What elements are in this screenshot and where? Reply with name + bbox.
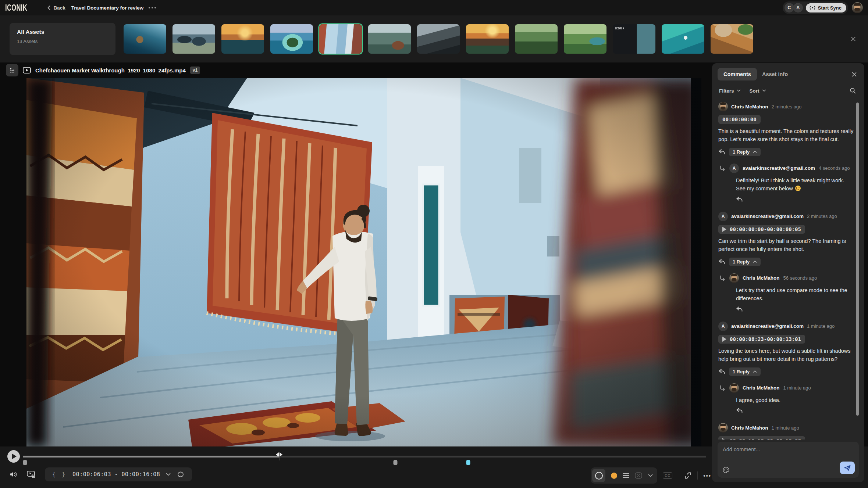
version-badge[interactable]: v1	[190, 67, 200, 74]
reply-icon[interactable]	[736, 306, 743, 312]
tab-asset-info[interactable]: Asset info	[757, 68, 793, 80]
reply-count-badge[interactable]: 1 Reply	[729, 258, 761, 266]
comment-header: A avalarkinscreative@gmail.com 1 minute …	[718, 322, 854, 331]
asset-thumbnail-jungle-suspension-bridge[interactable]	[515, 24, 558, 54]
video-file-icon	[23, 67, 31, 73]
app-window: ICONIK Back Travel Documentary for revie…	[0, 0, 868, 488]
tools-chevron-down-icon[interactable]	[648, 474, 653, 477]
shape-tool-button[interactable]	[592, 469, 605, 482]
asset-thumbnail-aerial-bay-cruise-ship[interactable]	[124, 24, 166, 54]
asset-thumbnail-sunset-wading-silhouettes[interactable]	[221, 24, 264, 54]
asset-thumbnail-blue-market-street-selected[interactable]	[319, 24, 362, 54]
search-comments-button[interactable]	[849, 86, 857, 95]
reply-count-label: 1 Reply	[733, 259, 750, 265]
start-sync-button[interactable]: Start Sync	[806, 3, 846, 12]
presence-avatar-c[interactable]: C	[785, 3, 794, 12]
timeline-comment-marker[interactable]	[23, 460, 27, 465]
annotation-palette-button[interactable]	[722, 466, 730, 474]
annotation-list-icon[interactable]	[623, 472, 629, 479]
annotation-color-swatch[interactable]	[611, 473, 617, 479]
comment-composer[interactable]: Add comment...	[718, 442, 859, 478]
captions-button[interactable]: CC	[663, 472, 672, 479]
comment-item[interactable]: Chris McMahon 2 minutes ago 00:00:00:00 …	[718, 102, 854, 202]
comment-input[interactable]: Add comment...	[723, 446, 854, 452]
project-menu-button[interactable]	[149, 7, 156, 8]
asset-thumbnail-train-through-green-hills[interactable]	[564, 24, 606, 54]
asset-thumbnail-karst-limestone-bay[interactable]	[172, 24, 215, 54]
chevron-down-icon	[762, 89, 766, 92]
loop-icon[interactable]	[177, 471, 185, 478]
asset-thumbnail-desert-dune-flags[interactable]	[711, 24, 753, 54]
comment-list[interactable]: Chris McMahon 2 minutes ago 00:00:00:00 …	[718, 100, 859, 439]
timeline-comment-marker[interactable]	[393, 460, 397, 465]
asset-thumbnail-sunset-over-cliffs[interactable]	[466, 24, 509, 54]
asset-thumbnail-black-sand-beach[interactable]	[417, 24, 460, 54]
tab-comments[interactable]: Comments	[718, 68, 757, 80]
video-frame[interactable]	[26, 78, 701, 446]
reply-icon[interactable]	[718, 259, 725, 265]
play-button[interactable]	[7, 450, 20, 463]
divider	[697, 471, 698, 480]
comment-item[interactable]: A avalarkinscreative@gmail.com 2 minutes…	[718, 212, 854, 312]
clear-annotations-icon[interactable]	[634, 472, 643, 479]
palette-icon	[722, 466, 730, 474]
comment-reply[interactable]: Chris McMahon 56 seconds ago Let's try t…	[719, 273, 854, 312]
presence-avatar-a[interactable]: A	[793, 3, 803, 12]
chevron-down-icon[interactable]	[166, 473, 171, 476]
seek-bar[interactable]	[23, 456, 706, 458]
asset-thumbnail-atoll-island[interactable]	[270, 24, 313, 54]
back-button[interactable]: Back	[46, 5, 65, 11]
comment-header: Chris McMahon 1 minute ago	[718, 423, 854, 433]
comment-timecode-chip[interactable]: 00:00:00:00	[718, 115, 761, 124]
comment-item[interactable]: A avalarkinscreative@gmail.com 1 minute …	[718, 322, 854, 413]
reply-count-badge[interactable]: 1 Reply	[729, 367, 761, 376]
playhead-marker[interactable]	[275, 452, 283, 457]
asset-strip-close-button[interactable]	[848, 34, 858, 44]
reply-icon[interactable]	[718, 149, 725, 155]
fullscreen-icon[interactable]	[684, 471, 692, 480]
comment-footer: 1 Reply	[718, 367, 854, 376]
sort-dropdown[interactable]: Sort	[750, 88, 766, 94]
all-assets-card[interactable]: All Assets 13 Assets	[10, 23, 115, 55]
circle-tool-icon	[595, 472, 603, 480]
comment-timecode-chip[interactable]: 00:00:10:18-00:00:16:08	[718, 436, 805, 439]
reply-timestamp: 4 seconds ago	[819, 165, 850, 171]
asset-thumbnail-longtail-boat-karst-cliffs[interactable]	[368, 24, 411, 54]
timeline-comment-marker[interactable]	[466, 460, 470, 465]
comment-timecode-chip[interactable]: 00:00:00:00-00:00:00:05	[718, 225, 805, 234]
more-options-button[interactable]: •••	[703, 473, 711, 479]
asset-thumbnail-row: ICONIK	[124, 24, 840, 54]
comment-reply[interactable]: A avalarkinscreative@gmail.com 4 seconds…	[719, 164, 854, 202]
playback-settings-icon[interactable]	[26, 470, 36, 479]
avatar	[729, 383, 739, 393]
panel-close-button[interactable]	[849, 69, 859, 79]
chevron-up-icon	[753, 260, 757, 263]
send-comment-button[interactable]	[840, 462, 855, 474]
asset-thumbnail-turquoise-sea-boat[interactable]	[662, 24, 704, 54]
comment-reply[interactable]: Chris McMahon 1 minute ago I agree, good…	[719, 383, 854, 413]
reply-icon[interactable]	[736, 408, 743, 413]
user-avatar[interactable]	[852, 2, 863, 13]
seek-progress	[23, 456, 279, 458]
volume-icon[interactable]	[9, 470, 18, 478]
timecode-pill[interactable]: { } 00:00:06:03 - 00:00:16:08	[45, 467, 192, 481]
broadcast-icon	[810, 6, 815, 10]
iconik-logo: ICONIK	[5, 3, 27, 13]
asset-thumbnail-iconik-title-slide[interactable]: ICONIK	[613, 24, 655, 54]
in-out-brackets-icon[interactable]: { }	[52, 471, 67, 478]
avatar: A	[718, 322, 728, 331]
comments-scrollbar[interactable]	[856, 103, 859, 416]
playlist-panel-button[interactable]	[6, 64, 18, 76]
reply-thread: Chris McMahon 56 seconds ago Let's try t…	[718, 273, 854, 312]
chevron-left-icon	[46, 5, 51, 10]
play-icon	[12, 453, 17, 459]
playhead-line	[279, 456, 280, 460]
comment-timecode-chip[interactable]: 00:00:08:23-00:00:13:01	[718, 335, 805, 344]
reply-icon[interactable]	[736, 196, 743, 202]
reply-icon[interactable]	[718, 369, 725, 374]
reply-footer	[736, 306, 854, 312]
reply-count-badge[interactable]: 1 Reply	[729, 148, 761, 156]
reply-author: Chris McMahon	[743, 385, 780, 391]
filters-dropdown[interactable]: Filters	[719, 88, 741, 94]
comment-item[interactable]: Chris McMahon 1 minute ago 00:00:10:18-0…	[718, 423, 854, 439]
